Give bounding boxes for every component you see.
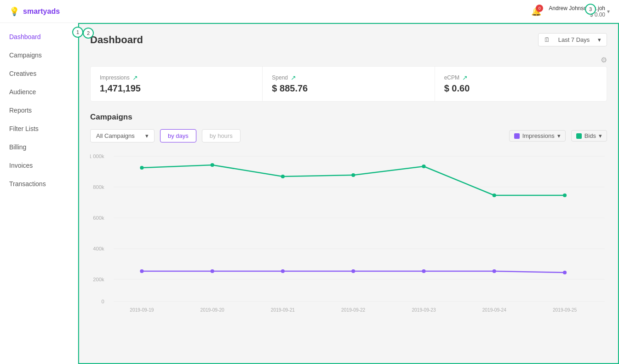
impressions-legend-dot <box>514 133 520 139</box>
tab-by-hours[interactable]: by hours <box>202 129 241 142</box>
calendar-icon: 🗓 <box>544 36 550 43</box>
campaigns-filter-label: All Campaigns <box>96 132 135 139</box>
user-info: Andrew Johnson (a.joh $ 0.00 <box>549 5 605 18</box>
settings-icon[interactable]: ⚙ <box>601 56 607 64</box>
ecpm-value: $ 0.60 <box>444 83 597 94</box>
header-badge-3: 3 <box>585 4 596 15</box>
impressions-trend-icon: ↗ <box>132 74 138 81</box>
campaigns-title: Campaigns <box>90 113 607 122</box>
chart-legend: Impressions ▾ Bids ▾ <box>509 130 607 142</box>
sidebar-item-transactions[interactable]: Transactions <box>0 175 78 193</box>
filter-chevron-icon: ▾ <box>598 36 601 43</box>
sidebar-item-reports[interactable]: Reports <box>0 101 78 119</box>
stat-impressions: Impressions ↗ 1,471,195 <box>91 67 263 101</box>
svg-text:600k: 600k <box>93 215 104 221</box>
spend-trend-icon: ↗ <box>291 74 296 81</box>
sidebar-item-invoices[interactable]: Invoices <box>0 156 78 175</box>
notification-bell[interactable]: 🔔 0 <box>531 6 541 17</box>
content-badge-2: 2 <box>83 28 94 39</box>
sidebar-item-audience[interactable]: Audience <box>0 83 78 101</box>
campaigns-section: Campaigns All Campaigns ▾ by days by hou… <box>90 113 607 315</box>
bids-legend-chevron: ▾ <box>599 132 602 139</box>
ecpm-label: eCPM ↗ <box>444 74 597 81</box>
svg-text:2019-09-22: 2019-09-22 <box>341 307 366 313</box>
app-container: 💡 smartyads 3 🔔 0 Andrew Johnson (a.joh … <box>0 0 619 364</box>
svg-text:0: 0 <box>101 299 104 304</box>
user-dropdown[interactable]: Andrew Johnson (a.joh $ 0.00 ▾ <box>549 5 610 18</box>
svg-point-19 <box>140 166 143 170</box>
svg-point-22 <box>351 173 355 177</box>
content-area: 2 Dashboard 🗓 Last 7 Days ▾ ⚙ <box>78 23 619 364</box>
impressions-label: Impressions ↗ <box>100 74 253 81</box>
impressions-legend-chevron: ▾ <box>557 132 561 139</box>
settings-area: ⚙ <box>90 56 607 64</box>
campaigns-controls: All Campaigns ▾ by days by hours Impress… <box>90 129 607 142</box>
notification-badge: 0 <box>536 5 543 12</box>
svg-text:2019-09-19: 2019-09-19 <box>130 307 154 313</box>
impressions-value: 1,471,195 <box>100 83 253 94</box>
svg-point-29 <box>351 269 355 273</box>
spend-value: $ 885.76 <box>272 83 425 94</box>
logo-icon: 💡 <box>9 6 19 17</box>
sidebar-badge-1: 1 <box>72 27 83 38</box>
campaigns-chart: 1 000k 800k 600k 400k 20 <box>90 150 607 315</box>
legend-impressions[interactable]: Impressions ▾ <box>509 130 566 142</box>
date-filter-dropdown[interactable]: 🗓 Last 7 Days ▾ <box>538 33 607 46</box>
spend-label: Spend ↗ <box>272 74 425 81</box>
legend-bids[interactable]: Bids ▾ <box>571 130 607 142</box>
svg-text:400k: 400k <box>93 246 104 251</box>
bids-legend-label: Bids <box>585 132 596 139</box>
app-name: smartyads <box>23 7 60 16</box>
logo: 💡 smartyads <box>9 6 60 17</box>
campaigns-filter-chevron: ▾ <box>145 132 149 139</box>
svg-point-20 <box>211 163 214 167</box>
svg-point-24 <box>493 193 496 197</box>
svg-text:2019-09-23: 2019-09-23 <box>412 307 436 313</box>
stat-spend: Spend ↗ $ 885.76 <box>263 67 435 101</box>
svg-point-32 <box>563 271 567 274</box>
svg-point-31 <box>493 269 496 273</box>
sidebar-item-billing[interactable]: Billing <box>0 138 78 156</box>
impressions-legend-label: Impressions <box>522 132 555 139</box>
chevron-down-icon: ▾ <box>607 8 610 15</box>
svg-text:2019-09-24: 2019-09-24 <box>482 307 507 313</box>
dashboard-header: Dashboard 🗓 Last 7 Days ▾ <box>90 33 607 46</box>
svg-text:1 000k: 1 000k <box>90 154 104 159</box>
stats-row: Impressions ↗ 1,471,195 Spend ↗ $ 885.76 <box>90 66 607 102</box>
svg-point-30 <box>422 269 425 273</box>
bids-legend-dot <box>576 133 582 139</box>
sidebar: 1 Dashboard Campaigns Creatives Audience… <box>0 23 78 364</box>
svg-point-27 <box>211 269 214 273</box>
campaigns-filter-select[interactable]: All Campaigns ▾ <box>90 129 155 142</box>
svg-text:2019-09-25: 2019-09-25 <box>553 307 577 313</box>
sidebar-item-campaigns[interactable]: Campaigns <box>0 46 78 64</box>
chart-container: 1 000k 800k 600k 400k 20 <box>90 150 607 315</box>
svg-point-21 <box>281 175 285 178</box>
header: 💡 smartyads 3 🔔 0 Andrew Johnson (a.joh … <box>0 0 619 23</box>
svg-point-28 <box>281 269 285 273</box>
date-filter-label: Last 7 Days <box>558 36 590 43</box>
svg-point-23 <box>422 165 425 168</box>
header-right: 3 🔔 0 Andrew Johnson (a.joh $ 0.00 ▾ <box>531 5 610 18</box>
svg-point-25 <box>563 193 567 197</box>
sidebar-item-creatives[interactable]: Creatives <box>0 64 78 83</box>
svg-text:2019-09-21: 2019-09-21 <box>271 307 295 313</box>
svg-text:2019-09-20: 2019-09-20 <box>201 307 225 313</box>
page-title: Dashboard <box>90 34 143 46</box>
ecpm-trend-icon: ↗ <box>462 74 468 81</box>
tab-by-days[interactable]: by days <box>160 129 196 142</box>
content-inner: Dashboard 🗓 Last 7 Days ▾ ⚙ Impressio <box>79 24 618 324</box>
svg-text:800k: 800k <box>93 184 104 190</box>
svg-text:200k: 200k <box>93 277 104 282</box>
stat-ecpm: eCPM ↗ $ 0.60 <box>435 67 607 101</box>
sidebar-item-filter-lists[interactable]: Filter Lists <box>0 119 78 138</box>
user-name: Andrew Johnson (a.joh <box>549 5 605 11</box>
sidebar-item-dashboard[interactable]: Dashboard <box>0 28 78 46</box>
main-layout: 1 Dashboard Campaigns Creatives Audience… <box>0 23 619 364</box>
svg-point-26 <box>140 269 143 273</box>
